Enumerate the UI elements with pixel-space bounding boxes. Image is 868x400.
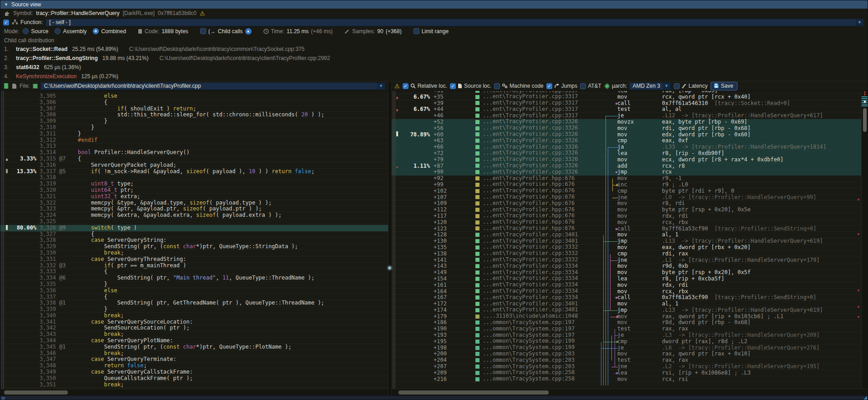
- assembly-vscrollbar[interactable]: [861, 91, 868, 389]
- att-checkbox[interactable]: [580, 83, 586, 89]
- assembly-hscrollbar[interactable]: [392, 389, 868, 395]
- asm-row[interactable]: +193...ommon\TracySystem.cpp:197je.L3 ->…: [392, 332, 868, 339]
- asm-row[interactable]: +79...ent\TracyProfiler.cpp:3326movecx, …: [392, 157, 868, 163]
- source-line[interactable]: 3,312#endif: [0, 137, 388, 144]
- source-line[interactable]: 3,330 break;: [0, 250, 388, 256]
- att-toggle[interactable]: AT&T: [580, 83, 601, 89]
- divider-grip[interactable]: [387, 265, 393, 271]
- source-line[interactable]: 3,306 {: [0, 100, 388, 106]
- relative-loc-checkbox[interactable]: [403, 83, 409, 89]
- source-line[interactable]: 3,340 break;: [0, 313, 388, 319]
- asm-row[interactable]: +209...ommon\TracySystem.cpp:258learsi, …: [392, 370, 868, 376]
- radio-source[interactable]: [23, 28, 29, 34]
- scroll-thumb[interactable]: [4, 390, 68, 395]
- source-line[interactable]: 3,337 {: [0, 294, 388, 300]
- file-select[interactable]: C:\Users\wolf\Desktop\darkrl\contrib\tra…: [40, 82, 385, 90]
- source-line[interactable]: 3,314bool Profiler::HandleServerQuery(): [0, 150, 388, 156]
- asm-row[interactable]: +141...ent\TracyProfiler.cpp:3332jne.L1 …: [392, 257, 868, 264]
- source-line[interactable]: 3,348 return false;: [0, 363, 388, 369]
- uarch-select[interactable]: AMD Zen 3 ▼: [629, 82, 671, 90]
- asm-row[interactable]: +167...ent\TracyProfiler.cpp:3334call0x7…: [392, 295, 868, 301]
- source-line[interactable]: 3,320 uint64_t ptr;: [0, 187, 388, 194]
- relative-loc-toggle[interactable]: Relative loc.: [403, 83, 447, 89]
- asm-row[interactable]: +143...ent\TracyProfiler.cpp:3334movr9d,…: [392, 263, 868, 270]
- source-line[interactable]: 3,336 else: [0, 288, 388, 294]
- asm-row[interactable]: +164...ent\TracyProfiler.cpp:3334movrcx,…: [392, 289, 868, 295]
- source-line[interactable]: 3,335 }: [0, 281, 388, 288]
- source-line[interactable]: 3,332@3 if( ptr == m_mainThread ): [0, 263, 388, 269]
- source-line[interactable]: 3,311}: [0, 131, 388, 137]
- asm-row[interactable]: +72...ent\TracyProfiler.cpp:3326lear8, […: [392, 150, 868, 157]
- radio-assembly[interactable]: [55, 28, 61, 34]
- source-line[interactable]: 3,321 uint32_t extra;: [0, 194, 388, 200]
- asm-row[interactable]: +204...ommon\TracySystem.cpp:203testrax,…: [392, 357, 868, 364]
- source-line[interactable]: 13.33%3,317@5 if( !m_sock->Read( &payloa…: [0, 169, 388, 175]
- resize-corner-left[interactable]: [1, 397, 5, 400]
- asm-row[interactable]: +186...ommon\TracySystem.cpp:197movr8d, …: [392, 320, 868, 326]
- machine-code-toggle[interactable]: Machine code: [494, 83, 544, 89]
- jumps-toggle[interactable]: Jumps: [546, 83, 577, 89]
- asm-row[interactable]: +135...ent\TracyProfiler.cpp:3332moveax,…: [392, 245, 868, 251]
- source-line[interactable]: 3,329 SendString( ptr, (const char*)ptr,…: [0, 244, 388, 250]
- asm-row[interactable]: +130...ent\TracyProfiler.cpp:3401jmp.L13…: [392, 238, 868, 245]
- asm-row[interactable]: +52...ent\TracyProfiler.cpp:3326movzxeax…: [392, 119, 868, 125]
- chevron-down-icon[interactable]: ▼: [663, 83, 671, 90]
- chevron-down-icon[interactable]: ▼: [856, 19, 863, 26]
- asm-row[interactable]: +63...ent\TracyProfiler.cpp:3326cmpeax, …: [392, 138, 868, 144]
- child-call-item[interactable]: 1.tracy::Socket::Read25.25 ms (54.89%)C:…: [0, 45, 868, 54]
- asm-row[interactable]: +190...ommon\TracySystem.cpp:197testrax,…: [392, 326, 868, 332]
- source-line[interactable]: 3,310 }: [0, 125, 388, 131]
- child-call-item[interactable]: 4.KeSynchronizeExecution125 µs (0.27%): [0, 72, 868, 81]
- source-line[interactable]: 3,333 {: [0, 269, 388, 275]
- asm-row[interactable]: +39...ent\TracyProfiler.cpp:3317call0x7f…: [392, 100, 868, 107]
- expand-up-button[interactable]: ▲: [245, 28, 252, 35]
- asm-row[interactable]: +172...ent\TracyProfiler.cpp:3401moval, …: [392, 301, 868, 307]
- asm-row[interactable]: +99...ent\TracyProfiler.hpp:676incr9 ; .…: [392, 182, 868, 188]
- asm-row[interactable]: 78.89%+60...ent\TracyProfiler.cpp:3326mo…: [392, 132, 868, 138]
- child-call-item[interactable]: 2.tracy::Profiler::SendLongString19.88 m…: [0, 54, 868, 63]
- function-select[interactable]: [ - self - ] ▼: [45, 19, 864, 26]
- asm-row[interactable]: +56...ent\TracyProfiler.cpp:3326movrdi, …: [392, 125, 868, 132]
- resize-grip[interactable]: [863, 396, 867, 400]
- source-line[interactable]: 3,347 case ServerQueryTerminate:: [0, 356, 388, 363]
- source-line[interactable]: 3,334@6 SendString( ptr, "Main thread", …: [0, 275, 388, 281]
- source-line[interactable]: 3,325: [0, 219, 388, 225]
- chevron-down-icon[interactable]: ▼: [377, 83, 385, 90]
- source-line[interactable]: 3,338@1 SendString( ptr, GetThreadName( …: [0, 300, 388, 306]
- asm-row[interactable]: +107...ent\TracyProfiler.hpp:676jne.L0 -…: [392, 195, 868, 201]
- source-line[interactable]: 3,342 SendSourceLocation( ptr );: [0, 325, 388, 331]
- asm-row[interactable]: +117...ent\TracyProfiler.hpp:676movrdx, …: [392, 213, 868, 220]
- collapse-icon[interactable]: ▼: [4, 2, 8, 7]
- asm-row[interactable]: +174...ent\TracyProfiler.cpp:3401jmp.L13…: [392, 307, 868, 314]
- source-loc-toggle[interactable]: Source loc.: [450, 83, 491, 89]
- source-line[interactable]: 3,322 memcpy( &type, &payload.type, size…: [0, 200, 388, 206]
- source-line[interactable]: 3,350 QueueCallstackFrame( ptr );: [0, 375, 388, 382]
- asm-row[interactable]: +149...ent\TracyProfiler.cpp:3334movbyte…: [392, 270, 868, 276]
- machine-code-checkbox[interactable]: [494, 83, 500, 89]
- source-line[interactable]: 3,313: [0, 143, 388, 150]
- source-line[interactable]: 3,305 else: [0, 93, 388, 100]
- source-line[interactable]: 3,339 }: [0, 306, 388, 313]
- mode-option-assembly[interactable]: Assembly: [55, 28, 86, 35]
- source-line[interactable]: 3,308 std::this_thread::sleep_for( std::…: [0, 112, 388, 118]
- source-line[interactable]: 3,331 case ServerQueryThreadString:: [0, 256, 388, 263]
- asm-row[interactable]: +128...ent\TracyProfiler.cpp:3401moval, …: [392, 232, 868, 238]
- scroll-thumb[interactable]: [863, 108, 867, 132]
- source-loc-checkbox[interactable]: [450, 83, 456, 89]
- source-line[interactable]: 3,316 ServerQueryPacket payload;: [0, 162, 388, 169]
- source-line[interactable]: 3,341 case ServerQuerySourceLocation:: [0, 319, 388, 325]
- source-line[interactable]: 3,323 memcpy( &ptr, &payload.ptr, sizeof…: [0, 206, 388, 212]
- limit-range-checkbox[interactable]: [414, 28, 419, 34]
- latency-toggle[interactable]: Latency: [674, 83, 708, 89]
- scroll-thumb[interactable]: [399, 390, 549, 395]
- asm-row[interactable]: 6.67%+35...ent\TracyProfiler.cpp:3317mov…: [392, 94, 868, 100]
- asm-row[interactable]: +216...ommon\TracySystem.cpp:258movrcx, …: [392, 376, 868, 383]
- asm-row[interactable]: +195...ommon\TracySystem.cpp:199cmpdword…: [392, 339, 868, 345]
- asm-row[interactable]: +179....31103\include\atomic:1048movrax,…: [392, 314, 868, 320]
- asm-row[interactable]: +66...ent\TracyProfiler.cpp:3326ja.L33 -…: [392, 144, 868, 150]
- asm-row[interactable]: +109...ent\TracyProfiler.hpp:676movr8, r…: [392, 200, 868, 207]
- asm-row[interactable]: +102...ent\TracyProfiler.hpp:676cmpbyte …: [392, 188, 868, 195]
- jumps-checkbox[interactable]: [546, 83, 552, 89]
- source-line[interactable]: 3,344 case ServerQueryPlotName:: [0, 338, 388, 344]
- source-line[interactable]: 3,345@1 SendString( ptr, (const char*)pt…: [0, 344, 388, 350]
